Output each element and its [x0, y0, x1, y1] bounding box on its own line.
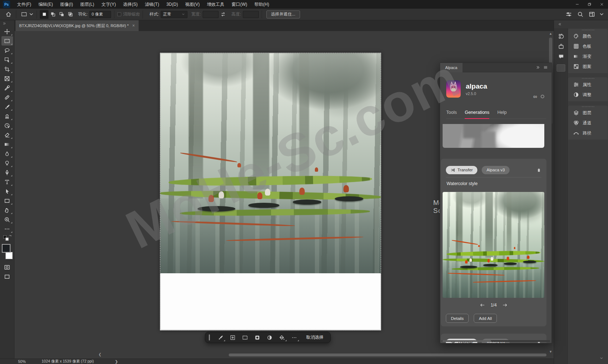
panel-tab-gradient[interactable]: 渐变 — [568, 51, 608, 61]
collapse-tools-button[interactable] — [0, 20, 14, 27]
panel-tab-properties[interactable]: 属性 — [568, 80, 608, 90]
delete-generation-button[interactable] — [536, 167, 541, 172]
menu-item-2[interactable]: 编辑(E) — [35, 0, 56, 9]
tool-healing-brush[interactable] — [1, 93, 13, 102]
tool-dodge[interactable] — [1, 158, 13, 168]
panel-tab-pattern[interactable]: 图案 — [568, 61, 608, 72]
taskbar-modify-selection-button[interactable] — [227, 333, 239, 342]
alpaca-tab-tools[interactable]: Tools — [446, 110, 457, 119]
next-result-button[interactable] — [502, 303, 507, 308]
home-button[interactable] — [4, 10, 13, 19]
tool-hand[interactable] — [1, 205, 13, 215]
menu-item-11[interactable]: 窗口(W) — [228, 0, 251, 9]
menu-item-6[interactable]: 选择(S) — [119, 0, 141, 9]
model-badge[interactable]: Alpaca v3 — [482, 166, 510, 174]
tool-lasso[interactable] — [1, 46, 13, 55]
panel-tab-adjustments[interactable]: 调整 — [568, 90, 608, 100]
tab-close-button[interactable]: × — [132, 23, 135, 28]
selection-mode-add[interactable] — [48, 10, 57, 19]
alpaca-tab-generations[interactable]: Generations — [465, 110, 489, 119]
horizontal-scrollbar[interactable]: ❮ — [105, 353, 548, 357]
menu-item-7[interactable]: 滤镜(T) — [141, 0, 162, 9]
zoom-level-field[interactable]: 50% — [18, 359, 26, 364]
document-tab[interactable]: BTXJRZD4G9$)VLVW(XO]}BK.jpg @ 50% (图层 0,… — [16, 20, 139, 31]
tool-move[interactable] — [1, 27, 13, 36]
scroll-down-arrow[interactable]: ▼ — [549, 350, 552, 354]
tool-preset-chevron[interactable] — [29, 10, 34, 19]
tool-blur[interactable] — [1, 149, 13, 158]
quick-mask-button[interactable] — [1, 262, 13, 272]
tool-more-tools[interactable] — [1, 224, 13, 234]
screen-mode-button[interactable] — [1, 272, 13, 281]
tool-type[interactable] — [1, 177, 13, 187]
foreground-color-swatch[interactable] — [2, 244, 10, 253]
panel-tab-palette[interactable]: 颜色 — [568, 31, 608, 41]
menu-item-5[interactable]: 文字(Y) — [98, 0, 119, 9]
alpaca-panel-tab[interactable]: Alpaca — [440, 63, 463, 72]
generated-image[interactable] — [443, 192, 544, 298]
selection-mode-subtract[interactable] — [57, 10, 66, 19]
add-all-button[interactable]: Add All — [474, 314, 497, 323]
menu-item-3[interactable]: 图像(I) — [56, 0, 76, 9]
tool-object-select[interactable] — [1, 55, 13, 64]
style-select[interactable]: 正常 — [161, 11, 187, 18]
selection-mode-new[interactable] — [40, 10, 48, 19]
details-button[interactable]: Details — [446, 314, 469, 323]
taskbar-more-options-button[interactable] — [288, 333, 300, 342]
panel-tab-swatches[interactable]: 色板 — [568, 41, 608, 51]
restore-button[interactable] — [583, 0, 596, 9]
width-input[interactable] — [203, 11, 219, 18]
menu-item-9[interactable]: 视图(V) — [182, 0, 203, 9]
panel-tab-paths[interactable]: 路径 — [568, 128, 608, 138]
taskbar-drag-handle[interactable] — [209, 334, 210, 341]
close-button[interactable] — [596, 0, 608, 9]
height-input[interactable] — [243, 11, 259, 18]
panel-scroll-thumb[interactable] — [442, 340, 491, 342]
panel-scrollbar[interactable] — [442, 340, 550, 342]
version-history-panel-button[interactable] — [554, 31, 568, 41]
tool-marquee[interactable] — [1, 36, 13, 46]
taskbar-create-mask-button[interactable] — [251, 333, 263, 342]
ring-icon[interactable] — [540, 94, 545, 99]
collapse-panel-icon[interactable] — [536, 65, 540, 70]
menu-item-12[interactable]: 帮助(H) — [251, 0, 273, 9]
tool-crop[interactable] — [1, 64, 13, 74]
tool-shape[interactable] — [1, 196, 13, 205]
collapse-dock-icon[interactable] — [558, 22, 562, 26]
tool-history-brush[interactable] — [1, 121, 13, 130]
deselect-button[interactable]: 取消选择 — [303, 333, 326, 342]
tool-zoom[interactable] — [1, 215, 13, 224]
taskbar-transform-selection-button[interactable] — [239, 333, 251, 342]
panel-tab-channels[interactable]: 通道 — [568, 118, 608, 128]
tool-eraser[interactable] — [1, 130, 13, 140]
swap-dimensions-button[interactable] — [219, 10, 228, 19]
select-and-mask-button[interactable]: 选择并遮住... — [266, 10, 300, 18]
document-image[interactable]: MoHe-Sc — [160, 53, 381, 330]
tool-clone-stamp[interactable] — [1, 111, 13, 121]
menu-item-10[interactable]: 增效工具 — [203, 0, 228, 9]
comments-panel-button[interactable] — [554, 51, 568, 61]
taskbar-fill-button[interactable] — [276, 333, 288, 342]
alpaca-tab-help[interactable]: Help — [497, 110, 507, 119]
taskbar-create-adjustment-button[interactable] — [263, 333, 276, 342]
menu-item-1[interactable]: 文件(F) — [13, 0, 35, 9]
horizontal-scroll-thumb[interactable] — [229, 354, 546, 356]
anti-alias-checkbox[interactable] — [117, 12, 121, 16]
status-menu-chevron[interactable]: ❯ — [115, 359, 118, 364]
feather-input[interactable] — [89, 11, 111, 18]
tool-pen[interactable] — [1, 168, 13, 177]
workspace-chevron[interactable] — [599, 10, 604, 19]
taskbar-brush-button[interactable] — [214, 333, 227, 342]
workspace-button[interactable] — [587, 10, 596, 19]
tool-frame[interactable] — [1, 74, 13, 83]
libraries-panel-button[interactable] — [554, 41, 568, 51]
tool-gradient[interactable] — [1, 140, 13, 149]
swap-colors-button[interactable] — [3, 234, 12, 242]
previous-result-button[interactable] — [480, 303, 485, 308]
panel-tab-layers[interactable]: 图层 — [568, 108, 608, 118]
minimize-button[interactable] — [571, 0, 583, 9]
scroll-up-arrow[interactable]: ▲ — [549, 32, 552, 35]
selection-mode-intersect[interactable] — [66, 10, 75, 19]
tool-eyedropper[interactable] — [1, 83, 13, 93]
previous-generation-thumbnail[interactable] — [443, 124, 544, 148]
